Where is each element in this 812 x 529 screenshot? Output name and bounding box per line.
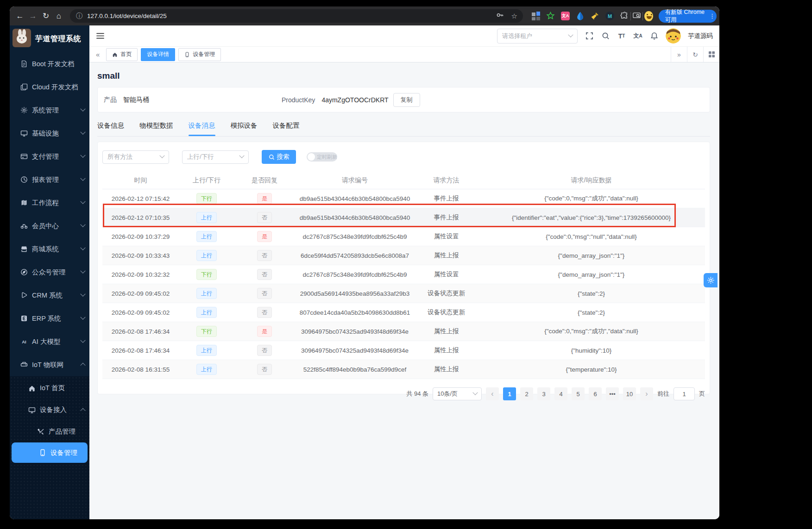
sidebar-item-cloud-docs[interactable]: Cloud 开发文档 [10, 75, 89, 99]
filter-row: 所有方法 上行/下行 搜索 [102, 150, 705, 164]
forward-icon[interactable]: → [26, 10, 39, 23]
font-size-icon[interactable]: TT [617, 31, 626, 41]
tabs-layout-icon[interactable] [703, 47, 719, 62]
green-star-extension-icon[interactable] [546, 12, 555, 20]
cell-request-id: 2900d5a569144935bea8956a33af29b3 [295, 284, 415, 303]
page-button-2[interactable]: 2 [520, 387, 533, 400]
goto-page-input[interactable] [674, 387, 695, 400]
cell-request-id: dc2767c875c348e39fd9fcdbf625c4b9 [295, 265, 415, 284]
pagination: 共 94 条 10条/页 ‹ 123456•••10 › 前往 页 [102, 387, 705, 400]
user-avatar[interactable] [666, 28, 681, 44]
back-icon[interactable]: ← [13, 10, 26, 23]
sidebar-item-infra[interactable]: 基础设施 [10, 122, 89, 145]
table-row[interactable]: 2026-02-08 17:46:34上行否30964975bc074325ad… [102, 341, 705, 360]
detail-tab-1[interactable]: 物模型数据 [139, 120, 173, 136]
direction-badge: 上行 [196, 212, 217, 223]
m-badge-extension-icon[interactable]: M [605, 12, 614, 20]
bookmark-star-icon[interactable]: ☆ [511, 12, 517, 20]
sidebar-item-report[interactable]: 报表管理 [10, 168, 89, 191]
fullscreen-icon[interactable] [585, 31, 594, 41]
chevron-up-icon [80, 408, 85, 413]
translate-icon[interactable]: 文A [633, 31, 642, 41]
sidebar-item-crm[interactable]: CRM 系统 [10, 284, 89, 307]
app-logo[interactable]: 芋道管理系统 [10, 25, 89, 52]
page-tab-2[interactable]: 设备管理 [178, 48, 221, 61]
table-row[interactable]: 2026-02-09 10:33:43上行否6dce59f4dd57420589… [102, 246, 705, 265]
table-row[interactable]: 2026-02-12 07:10:35上行否db9ae515b43044c6b3… [102, 208, 705, 227]
sidebar-item-mp[interactable]: 公众号管理 [10, 261, 89, 284]
auto-refresh-toggle[interactable]: 定时刷新 [307, 152, 337, 162]
page-button-5[interactable]: 5 [572, 387, 585, 400]
settings-fab[interactable] [704, 273, 718, 287]
copy-button[interactable]: 复制 [393, 93, 420, 107]
table-row[interactable]: 2026-02-08 17:46:34下行是30964975bc074325ad… [102, 322, 705, 341]
tenant-select[interactable]: 请选择租户 [497, 29, 578, 44]
sidebar-item-device-mgmt[interactable]: 设备管理 [12, 442, 88, 463]
cell-data: {"demo_array_json":"1"} [478, 265, 705, 284]
page-tab-1[interactable]: 设备详情 [141, 48, 175, 61]
direction-select[interactable]: 上行/下行 [182, 150, 249, 164]
reload-icon[interactable]: ↻ [39, 10, 52, 23]
sidebar-item-product-mgmt[interactable]: 产品管理 [10, 421, 89, 442]
table-row[interactable]: 2026-02-09 10:37:29上行是dc2767c875c348e39f… [102, 227, 705, 246]
page-button-6[interactable]: 6 [589, 387, 602, 400]
pink-translate-extension-icon[interactable]: 文A [561, 12, 570, 20]
page-size-select[interactable]: 10条/页 [433, 387, 482, 400]
sidebar-item-erp[interactable]: ERP 系统 [10, 307, 89, 330]
address-bar[interactable]: ⓘ 127.0.0.1/iot/device/detail/25 ☆ [70, 9, 523, 23]
sidebar-item-payment[interactable]: 支付管理 [10, 145, 89, 168]
browser-menu-icon[interactable]: ⋮ [709, 14, 714, 18]
tabs-scroll-left-icon[interactable]: « [96, 50, 100, 58]
sidebar-item-device-access[interactable]: 设备接入 [10, 399, 89, 421]
search-icon[interactable] [601, 31, 610, 41]
table-row[interactable]: 2026-02-09 09:45:02上行否807cdee14cda40a5b2… [102, 303, 705, 322]
page-button-3[interactable]: 3 [537, 387, 550, 400]
blue-grid-extension-icon[interactable] [531, 12, 540, 20]
detail-tab-0[interactable]: 设备信息 [97, 120, 124, 136]
sidebar-item-workflow[interactable]: 工作流程 [10, 191, 89, 214]
sidebar-item-ai[interactable]: AIAI 大模型 [10, 330, 89, 353]
next-page-button[interactable]: › [640, 387, 653, 400]
table-row[interactable]: 2026-02-12 07:15:42下行是db9ae515b43044c6b3… [102, 189, 705, 208]
site-info-icon[interactable]: ⓘ [76, 12, 82, 20]
tabs-refresh-icon[interactable]: ↻ [687, 47, 703, 62]
search-button[interactable]: 搜索 [262, 150, 296, 164]
page-button-1[interactable]: 1 [503, 387, 516, 400]
blue-drop-extension-icon[interactable] [576, 12, 585, 20]
sidebar-item-boot-docs[interactable]: Boot 开发文档 [10, 52, 89, 75]
page-button-4[interactable]: 4 [554, 387, 567, 400]
prev-page-button[interactable]: ‹ [486, 387, 499, 400]
sidebar-item-iot-home[interactable]: IoT 首页 [10, 377, 89, 399]
collapse-menu-icon[interactable] [94, 30, 106, 42]
screen-search-icon[interactable] [632, 12, 641, 20]
sidebar-item-iot[interactable]: IoT 物联网 [10, 353, 89, 376]
yellow-broom-extension-icon[interactable] [591, 12, 599, 20]
sidebar-menu: Boot 开发文档Cloud 开发文档系统管理基础设施支付管理报表管理工作流程会… [10, 52, 89, 376]
puzzle-extension-icon[interactable] [620, 12, 629, 20]
column-header: 上行/下行 [179, 172, 234, 189]
table-row[interactable]: 2026-02-08 16:31:55上行否522f85c4ff894eb0b9… [102, 360, 705, 379]
sidebar-item-system[interactable]: 系统管理 [10, 99, 89, 122]
phone-icon [38, 449, 46, 457]
page-tab-0[interactable]: 首页 [106, 48, 138, 61]
detail-tab-4[interactable]: 设备配置 [273, 120, 300, 136]
method-select[interactable]: 所有方法 [102, 150, 169, 164]
table-row[interactable]: 2026-02-09 10:32:32下行否dc2767c875c348e39f… [102, 265, 705, 284]
home-icon[interactable]: ⌂ [52, 10, 65, 23]
profile-emoji-icon[interactable] [644, 12, 653, 20]
detail-tab-2[interactable]: 设备消息 [189, 120, 215, 136]
chrome-update-button[interactable]: 有新版 Chrome 可用 ⋮ [659, 10, 717, 23]
tabs-scroll-right-icon[interactable]: » [671, 47, 687, 62]
page-button-10[interactable]: 10 [623, 387, 636, 400]
sidebar-item-mall[interactable]: 商城系统 [10, 237, 89, 261]
more-pages-button[interactable]: ••• [606, 387, 619, 400]
cell-method: 设备状态更新 [415, 284, 478, 303]
sidebar-item-member[interactable]: 会员中心 [10, 214, 89, 237]
detail-tab-3[interactable]: 模拟设备 [231, 120, 258, 136]
table-row[interactable]: 2026-02-09 09:45:02上行否2900d5a569144935be… [102, 284, 705, 303]
chart-icon [20, 176, 28, 184]
notification-bell-icon[interactable] [649, 31, 659, 41]
toolbar-separator [630, 12, 631, 20]
product-value: 智能马桶 [123, 96, 149, 104]
password-key-icon[interactable] [496, 11, 504, 21]
